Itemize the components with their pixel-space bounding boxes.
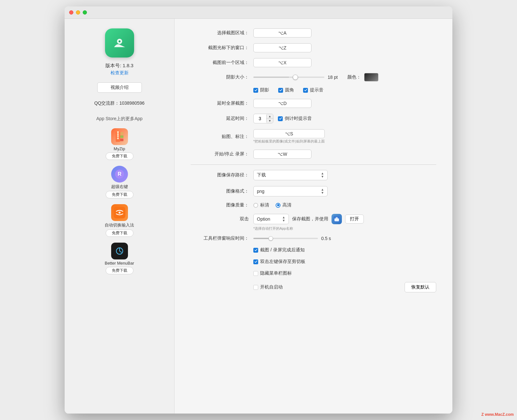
auto-start-label: 开机自启动	[260, 284, 283, 290]
paste-shortcut[interactable]: ⌥S	[253, 129, 325, 138]
open-button[interactable]: 打开	[345, 215, 364, 224]
image-format-arrow: ▲▼	[321, 188, 324, 194]
hide-menu-label: 隐藏菜单栏图标	[260, 270, 292, 276]
app-item-autoswitch: 自动切换输入法 免费下载	[71, 204, 168, 237]
prev-region-label: 截图前一个区域：	[191, 60, 249, 66]
bettermenubar-name: Better MenuBar	[105, 261, 134, 266]
double-click-save-checkbox[interactable]	[253, 259, 258, 264]
prev-region-shortcut[interactable]: ⌥X	[253, 58, 311, 67]
toolbar-response-label: 工具栏弹窗响应时间：	[191, 236, 249, 241]
bettermenubar-download-btn[interactable]: 免费下载	[106, 267, 133, 274]
option-select[interactable]: Option ▲▼	[253, 214, 289, 224]
main-window: 版本号: 1.8.3 检查更新 视频介绍 QQ交流群：1038980596 Ap…	[65, 6, 452, 414]
delay-fullscreen-label: 延时全屏截图：	[191, 100, 249, 106]
app-item-myzip: MyZip 免费下载	[71, 128, 168, 160]
minimize-button[interactable]	[76, 10, 80, 15]
autoswitch-icon	[111, 204, 128, 221]
open-app-icon[interactable]	[332, 214, 342, 224]
toolbar-slider[interactable]	[253, 238, 318, 239]
version-text: 版本号: 1.8.3	[105, 63, 133, 69]
select-region-label: 选择截图区域：	[191, 30, 249, 36]
check-update-link[interactable]: 检查更新	[111, 70, 129, 76]
shadow-checkbox-item: 阴影	[253, 87, 269, 93]
quality-radio-row: 标清 高清	[253, 202, 291, 208]
paste-label: 贴图、标注：	[191, 134, 249, 140]
paste-row: 贴图、标注： ⌥S *把粘贴板里的图像(或文件)贴到屏幕的最上面	[191, 129, 436, 144]
svg-rect-5	[117, 135, 119, 137]
video-intro-button[interactable]: 视频介绍	[97, 82, 142, 93]
close-button[interactable]	[69, 10, 73, 15]
color-picker[interactable]	[364, 73, 378, 81]
divider	[191, 164, 436, 165]
quality-sd-label: 标清	[260, 202, 269, 208]
double-click-row: 双击 Option ▲▼ 保存截图，并使用	[191, 214, 436, 224]
color-label: 颜色：	[347, 74, 361, 80]
double-click-save-item: 双击左键保存至剪切板	[253, 259, 305, 265]
delay-time-row: 延迟时间： 3 ▲ ▼ 倒计时提示音	[191, 114, 436, 123]
myzip-download-btn[interactable]: 免费下载	[106, 152, 133, 160]
superright-name: 超级右键	[111, 184, 128, 190]
round-corner-label: 圆角	[285, 87, 294, 93]
svg-rect-8	[120, 135, 123, 138]
superright-download-btn[interactable]: 免费下载	[106, 191, 133, 198]
svg-point-1	[119, 40, 121, 42]
sound-checkbox-item: 提示音	[303, 87, 323, 93]
shadow-slider[interactable]	[253, 77, 324, 78]
hide-menu-row: 隐藏菜单栏图标	[191, 270, 436, 276]
notify-checkbox-item: 截图 / 录屏完成后通知	[253, 247, 305, 253]
image-format-select[interactable]: png ▲▼	[253, 186, 328, 196]
auto-start-checkbox[interactable]	[253, 285, 258, 290]
paste-hint: *把粘贴板里的图像(或文件)贴到屏幕的最上面	[253, 139, 325, 144]
save-path-value: 下载	[257, 172, 266, 178]
maximize-button[interactable]	[83, 10, 87, 15]
delay-value: 3	[254, 115, 267, 122]
delay-stepper: 3 ▲ ▼	[253, 114, 273, 123]
autoswitch-name: 自动切换输入法	[105, 222, 134, 228]
shadow-checkbox[interactable]	[253, 88, 258, 93]
hide-menu-checkbox[interactable]	[253, 271, 258, 276]
image-format-label: 图像格式：	[191, 188, 249, 194]
double-click-save-row: 双击左键保存至剪切板	[191, 259, 436, 265]
quality-sd-radio[interactable]	[253, 203, 258, 208]
image-quality-row: 图像质量： 标清 高清	[191, 202, 436, 208]
prev-region-row: 截图前一个区域： ⌥X	[191, 58, 436, 67]
effect-checkboxes: 阴影 圆角 提示音	[253, 87, 323, 93]
sound-checkbox[interactable]	[303, 88, 308, 93]
countdown-checkbox[interactable]	[278, 116, 283, 121]
quality-sd-item: 标清	[253, 202, 269, 208]
myzip-icon	[111, 128, 128, 145]
image-quality-label: 图像质量：	[191, 202, 249, 208]
double-click-save-label: 双击左键保存至剪切板	[260, 259, 305, 265]
main-panel: 选择截图区域： ⌥A 截图光标下的窗口： ⌥Z 截图前一个区域： ⌥X 阴影大小…	[174, 19, 452, 414]
select-region-shortcut[interactable]: ⌥A	[253, 28, 311, 37]
cursor-window-row: 截图光标下的窗口： ⌥Z	[191, 43, 436, 52]
sound-checkbox-label: 提示音	[310, 87, 323, 93]
cursor-window-shortcut[interactable]: ⌥Z	[253, 43, 311, 52]
notify-checkbox[interactable]	[253, 248, 258, 253]
restore-default-button[interactable]: 恢复默认	[405, 282, 436, 292]
countdown-checkbox-item: 倒计时提示音	[278, 116, 312, 121]
stepper-up[interactable]: ▲	[267, 114, 273, 119]
shadow-size-label: 阴影大小：	[191, 74, 249, 80]
record-shortcut[interactable]: ⌥W	[253, 150, 311, 159]
double-click-label: 双击	[191, 216, 249, 222]
quality-hd-radio[interactable]	[276, 203, 280, 208]
more-apps-title: App Store上的更多App	[96, 116, 142, 122]
save-path-select[interactable]: 下载 ▲▼	[253, 170, 328, 180]
cursor-window-label: 截图光标下的窗口：	[191, 45, 249, 51]
superright-icon: R	[111, 166, 128, 183]
round-corner-checkbox[interactable]	[278, 88, 283, 93]
bettermenubar-icon	[111, 243, 128, 259]
app-icon	[105, 28, 134, 58]
qq-group-text: QQ交流群：1038980596	[94, 100, 145, 106]
notify-label: 截图 / 录屏完成后通知	[260, 247, 305, 253]
stepper-down[interactable]: ▼	[267, 119, 273, 123]
quality-hd-label: 高清	[282, 202, 291, 208]
autoswitch-download-btn[interactable]: 免费下载	[106, 229, 133, 237]
hide-menu-item: 隐藏菜单栏图标	[253, 270, 292, 276]
countdown-label: 倒计时提示音	[285, 116, 312, 121]
bottom-row: 开机自启动 恢复默认	[253, 282, 436, 292]
svg-point-13	[119, 212, 121, 214]
delay-fullscreen-shortcut[interactable]: ⌥D	[253, 99, 311, 108]
save-path-row: 图像保存路径： 下载 ▲▼	[191, 170, 436, 180]
